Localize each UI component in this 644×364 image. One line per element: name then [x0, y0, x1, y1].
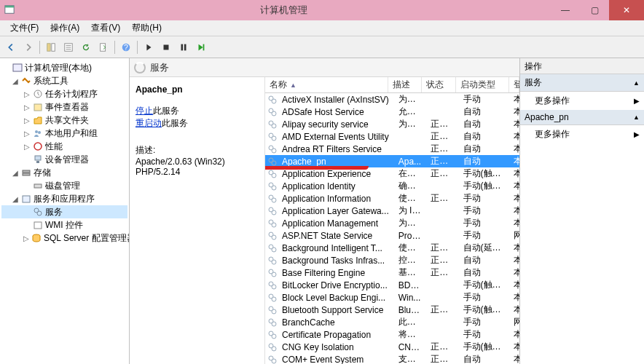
- cell-logon: 本: [509, 353, 519, 364]
- svg-point-56: [272, 248, 276, 252]
- tree-performance[interactable]: ▷ 性能: [1, 140, 127, 153]
- stop-service-link[interactable]: 停止: [136, 106, 153, 116]
- minimize-button[interactable]: —: [551, 0, 580, 20]
- cell-desc: Win...: [394, 293, 426, 303]
- service-row[interactable]: AMD External Events Utility正在...自动本: [265, 130, 519, 143]
- refresh-button[interactable]: [78, 39, 94, 55]
- service-row[interactable]: Application Information使用...正在...手动本: [265, 192, 519, 205]
- stop-button[interactable]: [158, 39, 174, 55]
- cell-status: 正在...: [426, 155, 458, 167]
- tree-services[interactable]: 服务: [1, 205, 127, 218]
- cell-startup: 手动(触发...: [459, 180, 510, 192]
- menu-view[interactable]: 查看(V): [85, 20, 126, 36]
- toolbar: ?: [0, 36, 644, 58]
- restart-button[interactable]: [193, 39, 209, 55]
- tree-local-users[interactable]: ▷ 本地用户和组: [1, 127, 127, 140]
- service-row[interactable]: BitLocker Drive Encryptio...BDE...手动(触发.…: [265, 279, 519, 291]
- svg-rect-26: [23, 196, 30, 202]
- close-button[interactable]: ✕: [609, 0, 644, 20]
- svg-point-72: [272, 347, 276, 351]
- service-row[interactable]: Apache_pnApa...正在...自动本: [265, 155, 519, 167]
- cell-name: CNG Key Isolation: [278, 342, 394, 352]
- col-logon[interactable]: 登: [509, 77, 519, 92]
- svg-point-18: [35, 130, 38, 133]
- properties-button[interactable]: [60, 39, 76, 55]
- service-row[interactable]: Andrea RT Filters Service正在...自动本: [265, 143, 519, 155]
- col-startup[interactable]: 启动类型: [456, 77, 509, 92]
- show-hide-button[interactable]: [43, 39, 59, 55]
- body: 计算机管理(本地) ◢ 系统工具 ▷ 任务计划程序 ▷ 事件查看器 ▷ 共享文件…: [0, 58, 644, 364]
- menu-action[interactable]: 操作(A): [44, 20, 85, 36]
- gear-icon: [267, 119, 278, 130]
- service-row[interactable]: ASP.NET State ServiceProv...手动网: [265, 229, 519, 242]
- tree-disk-mgmt[interactable]: 磁盘管理: [1, 179, 127, 192]
- pause-button[interactable]: [176, 39, 192, 55]
- actions-more-2[interactable]: 更多操作▶: [520, 125, 644, 143]
- cell-logon: 本: [509, 254, 519, 266]
- chevron-right-icon: ▶: [634, 130, 640, 138]
- menu-help[interactable]: 帮助(H): [126, 20, 168, 36]
- menu-file[interactable]: 文件(F): [4, 20, 44, 36]
- service-row[interactable]: COM+ Event System支持...正在...自动本: [265, 353, 519, 364]
- col-status[interactable]: 状态: [422, 77, 455, 92]
- service-row[interactable]: Bluetooth Support ServiceBlue...正在...手动(…: [265, 304, 519, 316]
- service-row[interactable]: Background Tasks Infras...控制...正在...自动本: [265, 254, 519, 266]
- services-rows[interactable]: ActiveX Installer (AxInstSV)为从...手动本ADSa…: [265, 93, 519, 364]
- actions-section-services[interactable]: 服务▲: [520, 74, 644, 92]
- service-row[interactable]: Block Level Backup Engi...Win...手动本: [265, 291, 519, 304]
- service-row[interactable]: Alipay security service为支...正在...自动本: [265, 118, 519, 130]
- cell-startup: 手动(触发...: [459, 304, 510, 316]
- tree-services-apps[interactable]: ◢ 服务和应用程序: [1, 192, 127, 205]
- cell-name: Bluetooth Support Service: [278, 305, 394, 315]
- service-row[interactable]: Application Experience在应...正在...手动(触发...…: [265, 167, 519, 180]
- service-row[interactable]: Base Filtering Engine基本...正在...自动本: [265, 266, 519, 279]
- help-button[interactable]: ?: [118, 39, 134, 55]
- actions-section-selected[interactable]: Apache_pn▲: [520, 110, 644, 125]
- restart-service-link[interactable]: 重启动: [136, 118, 162, 128]
- collapse-icon: ▲: [633, 114, 640, 121]
- cell-status: 正在...: [426, 254, 458, 266]
- service-row[interactable]: CNG Key IsolationCNG...正在...手动(触发...本: [265, 341, 519, 353]
- svg-rect-25: [34, 184, 42, 188]
- service-row[interactable]: Application Management为通...手动本: [265, 217, 519, 229]
- cell-desc: Apa...: [394, 157, 426, 167]
- svg-point-38: [272, 136, 276, 141]
- cell-startup: 自动: [459, 353, 510, 364]
- tree-storage[interactable]: ◢ 存储: [1, 166, 127, 179]
- maximize-button[interactable]: ▢: [580, 0, 609, 20]
- cell-desc: Prov...: [394, 231, 426, 241]
- export-button[interactable]: [95, 39, 111, 55]
- tree-shared-folders[interactable]: ▷ 共享文件夹: [1, 114, 127, 127]
- actions-more-1[interactable]: 更多操作▶: [520, 92, 644, 110]
- forward-button[interactable]: [20, 39, 36, 55]
- svg-rect-13: [184, 44, 186, 50]
- col-desc[interactable]: 描述: [388, 77, 422, 92]
- tree-root[interactable]: 计算机管理(本地): [1, 61, 127, 74]
- service-row[interactable]: Background Intelligent T...使用...正在...自动(…: [265, 242, 519, 254]
- gear-icon: [267, 169, 278, 179]
- back-button[interactable]: [3, 39, 19, 55]
- service-row[interactable]: Application Identity确定...手动(触发...本: [265, 180, 519, 192]
- tree-wmi[interactable]: WMI 控件: [1, 218, 127, 232]
- cell-name: ActiveX Installer (AxInstSV): [278, 95, 394, 105]
- service-row[interactable]: ActiveX Installer (AxInstSV)为从...手动本: [265, 93, 519, 106]
- gear-icon: [267, 206, 278, 216]
- service-row[interactable]: ADSafe Host Service允许...自动本: [265, 106, 519, 118]
- tree-event-viewer[interactable]: ▷ 事件查看器: [1, 100, 127, 114]
- cell-logon: 网: [509, 316, 519, 328]
- col-name[interactable]: 名称▲: [265, 77, 388, 92]
- cell-name: Application Identity: [278, 181, 394, 191]
- cell-logon: 本: [509, 279, 519, 291]
- tree-task-scheduler[interactable]: ▷ 任务计划程序: [1, 87, 127, 100]
- tree-device-manager[interactable]: 设备管理器: [1, 153, 127, 166]
- cell-startup: 自动: [459, 118, 510, 130]
- service-row[interactable]: Certificate Propagation将用...手动本: [265, 328, 519, 341]
- nav-tree[interactable]: 计算机管理(本地) ◢ 系统工具 ▷ 任务计划程序 ▷ 事件查看器 ▷ 共享文件…: [0, 58, 130, 364]
- service-row[interactable]: BranchCache此服...手动网: [265, 316, 519, 328]
- cell-logon: 本: [509, 341, 519, 353]
- service-row[interactable]: Application Layer Gatewa...为 In...手动本: [265, 205, 519, 217]
- cell-name: Background Tasks Infras...: [278, 256, 394, 266]
- tree-system-tools[interactable]: ◢ 系统工具: [1, 74, 127, 87]
- tree-sql-config[interactable]: ▷ SQL Server 配置管理器: [1, 232, 127, 245]
- play-button[interactable]: [141, 39, 157, 55]
